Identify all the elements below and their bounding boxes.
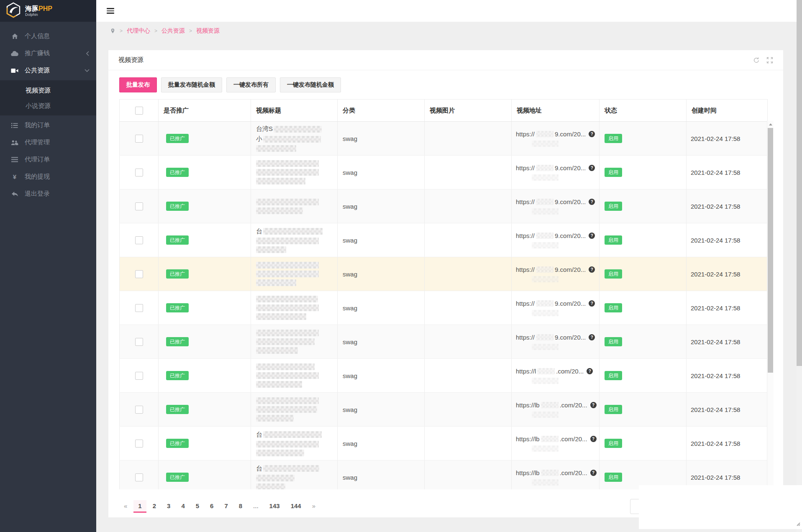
pagination-item[interactable]: 7 — [220, 500, 232, 512]
video-url-cell: https://9.com/20... ? — [512, 122, 600, 156]
pagination-item[interactable]: 144 — [286, 500, 306, 512]
toolbar-button[interactable]: 批量发布随机金额 — [161, 77, 222, 92]
yen-icon: ¥ — [10, 174, 19, 180]
pagination-item[interactable]: 143 — [265, 500, 284, 512]
pagination-item[interactable]: » — [307, 500, 320, 512]
video-title-censored — [251, 330, 337, 354]
pagination-item[interactable]: 6 — [205, 500, 218, 512]
promoted-badge: 已推广 — [166, 134, 189, 143]
video-image-cell — [425, 291, 512, 325]
row-checkbox[interactable] — [135, 372, 143, 380]
app-logo[interactable]: 海豚PHP Dolphin — [0, 0, 96, 22]
help-icon[interactable]: ? — [589, 165, 595, 171]
page-scrollbar-thumb[interactable] — [797, 0, 802, 366]
category-cell: swag — [338, 156, 425, 189]
help-icon[interactable]: ? — [590, 436, 597, 442]
pagination-item[interactable]: 3 — [162, 500, 175, 512]
logout-icon — [10, 191, 19, 197]
status-badge: 启用 — [605, 303, 622, 312]
sidebar-item-label: 我的提现 — [25, 173, 50, 181]
video-url-cell: https://9.com/20... ? — [512, 189, 600, 223]
promoted-badge: 已推广 — [166, 439, 189, 448]
video-image-cell — [425, 156, 512, 189]
created-time-cell: 2021-02-24 17:58 — [687, 122, 768, 156]
sidebar-item[interactable]: 退出登录 — [0, 185, 96, 202]
row-checkbox[interactable] — [135, 338, 143, 346]
row-checkbox[interactable] — [135, 135, 143, 143]
column-header: 视频地址 — [512, 100, 600, 122]
video-image-cell — [425, 460, 512, 490]
pagination-item[interactable]: 5 — [191, 500, 204, 512]
video-title-censored — [251, 199, 337, 214]
select-all-checkbox[interactable] — [135, 107, 143, 115]
video-url-cell: https://l.com/20... ? — [512, 359, 600, 393]
logo-text-cn: 海豚 — [25, 5, 38, 12]
sidebar-item[interactable]: 公共资源 — [0, 62, 96, 79]
promoted-badge: 已推广 — [166, 405, 189, 414]
sidebar-item[interactable]: 个人信息 — [0, 28, 96, 45]
breadcrumb-link[interactable]: 代理中心 — [127, 27, 150, 34]
sidebar-item[interactable]: ¥ 我的提现 — [0, 168, 96, 185]
sidebar-subitem[interactable]: 视频资源 — [0, 82, 96, 98]
video-table: 是否推广视频标题分类视频图片视频地址状态创建时间 已推广 台湾S小 swag h… — [119, 99, 774, 489]
help-icon[interactable]: ? — [589, 300, 595, 307]
row-checkbox[interactable] — [135, 270, 143, 278]
hamburger-menu-icon[interactable] — [107, 7, 114, 15]
created-time-cell: 2021-02-24 17:58 — [687, 189, 768, 223]
status-badge: 启用 — [605, 168, 622, 177]
row-checkbox[interactable] — [135, 406, 143, 414]
refresh-icon[interactable] — [753, 57, 760, 64]
sidebar-subitem[interactable]: 小说资源 — [0, 98, 96, 113]
promoted-badge: 已推广 — [166, 235, 189, 245]
video-title-censored — [251, 262, 337, 286]
table-row: 已推广 台 swag https://lb.com/20... ? 启用 202… — [120, 427, 768, 460]
video-url-cell: https://9.com/20... ? — [512, 156, 600, 189]
row-checkbox[interactable] — [135, 169, 143, 176]
pagination-item[interactable]: 4 — [177, 500, 189, 512]
row-checkbox[interactable] — [135, 202, 143, 210]
column-header: 视频标题 — [251, 100, 338, 122]
toolbar-button[interactable]: 一键发布所有 — [226, 77, 276, 92]
help-icon[interactable]: ? — [589, 131, 595, 137]
sidebar-item[interactable]: 我的订单 — [0, 117, 96, 134]
created-time-cell: 2021-02-24 17:58 — [687, 359, 768, 393]
help-icon[interactable]: ? — [590, 470, 597, 476]
sidebar-item[interactable]: 推广赚钱 — [0, 45, 96, 62]
category-cell: swag — [338, 460, 425, 490]
toolbar-button[interactable]: 批量发布 — [119, 77, 157, 92]
toolbar-button[interactable]: 一键发布随机金额 — [280, 77, 341, 92]
row-checkbox[interactable] — [135, 473, 143, 481]
scroll-up-arrow-icon[interactable] — [767, 121, 774, 128]
video-url-cell: https://9.com/20... ? — [512, 223, 600, 257]
created-time-cell: 2021-02-24 17:58 — [687, 325, 768, 359]
pagination-item[interactable]: 1 — [133, 500, 146, 513]
sidebar-item[interactable]: 代理管理 — [0, 134, 96, 151]
video-title-censored: 台 — [251, 431, 337, 456]
help-icon[interactable]: ? — [589, 199, 595, 205]
help-icon[interactable]: ? — [589, 266, 595, 273]
sidebar: 海豚PHP Dolphin 个人信息 推广赚钱 公共资源 视频资源小说资源 我的… — [0, 0, 96, 532]
pagination-item[interactable]: 2 — [148, 500, 161, 512]
sidebar-item[interactable]: 代理订单 — [0, 151, 96, 168]
table-row: 已推广 台 swag https://9.com/20... ? 启用 2021… — [120, 223, 768, 257]
bars-icon — [10, 157, 19, 162]
table-scrollbar-thumb[interactable] — [768, 128, 773, 373]
help-icon[interactable]: ? — [589, 233, 595, 239]
created-time-cell: 2021-02-24 17:58 — [687, 257, 768, 291]
row-checkbox[interactable] — [135, 236, 143, 244]
table-scrollbar[interactable] — [767, 121, 774, 489]
help-icon[interactable]: ? — [587, 368, 593, 374]
promoted-badge: 已推广 — [166, 371, 189, 380]
video-image-cell — [425, 427, 512, 460]
row-checkbox[interactable] — [135, 440, 143, 448]
help-icon[interactable]: ? — [590, 402, 597, 408]
pagination-item[interactable]: 8 — [234, 500, 247, 512]
breadcrumb-link[interactable]: 视频资源 — [196, 27, 220, 34]
row-checkbox[interactable] — [135, 304, 143, 312]
page-scrollbar[interactable] — [797, 0, 802, 532]
help-icon[interactable]: ? — [589, 334, 595, 340]
fullscreen-icon[interactable] — [766, 57, 773, 64]
sidebar-item-label: 代理订单 — [25, 156, 50, 164]
pagination-item[interactable]: « — [119, 500, 132, 512]
breadcrumb-link[interactable]: 公共资源 — [161, 27, 185, 34]
